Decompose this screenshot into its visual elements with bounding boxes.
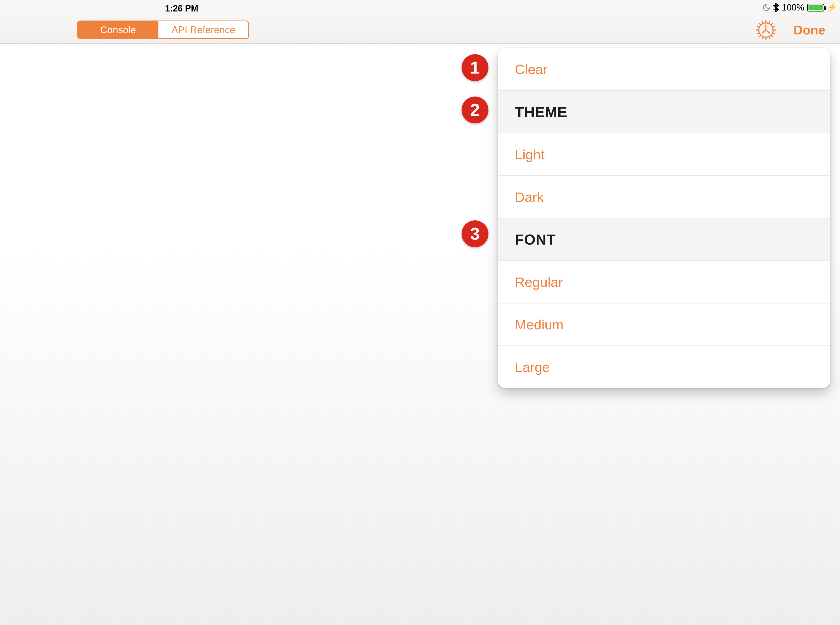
segmented-control: Console API Reference (77, 20, 249, 39)
gear-icon (756, 20, 776, 40)
theme-option-dark[interactable]: Dark (498, 176, 830, 218)
svg-line-19 (766, 30, 770, 33)
svg-line-7 (759, 35, 761, 37)
svg-line-6 (771, 35, 773, 37)
svg-line-12 (769, 37, 770, 39)
content-area: Clear THEME Light Dark FONT Regular Medi… (0, 44, 840, 625)
svg-line-15 (773, 26, 775, 27)
callout-1: 1 (461, 54, 488, 81)
status-bar: 1:26 PM 100% ⚡ (0, 0, 840, 15)
done-button[interactable]: Done (793, 23, 825, 37)
font-option-large[interactable]: Large (498, 345, 830, 388)
svg-line-18 (762, 30, 766, 33)
nav-bar: Console API Reference (0, 15, 840, 44)
svg-line-8 (771, 23, 773, 25)
status-time: 1:26 PM (165, 3, 198, 14)
svg-line-14 (757, 33, 759, 34)
svg-line-9 (762, 21, 763, 23)
svg-line-13 (757, 26, 759, 27)
callout-3: 3 (461, 221, 488, 247)
svg-line-5 (759, 23, 761, 25)
bluetooth-icon (773, 3, 779, 12)
battery-icon (807, 4, 824, 11)
callout-2: 2 (461, 96, 488, 123)
theme-option-light[interactable]: Light (498, 133, 830, 176)
svg-line-16 (773, 33, 775, 34)
font-option-regular[interactable]: Regular (498, 260, 830, 303)
svg-line-11 (762, 37, 763, 39)
tab-api-reference[interactable]: API Reference (158, 21, 248, 38)
popover-font-header: FONT (498, 218, 830, 260)
popover-theme-header: THEME (498, 90, 830, 133)
settings-button[interactable] (756, 20, 776, 40)
settings-popover: Clear THEME Light Dark FONT Regular Medi… (498, 48, 830, 388)
battery-percent: 100% (782, 2, 804, 13)
svg-line-10 (769, 21, 770, 23)
charging-icon: ⚡ (827, 2, 837, 12)
tab-console[interactable]: Console (78, 21, 158, 38)
popover-clear[interactable]: Clear (498, 48, 830, 90)
font-option-medium[interactable]: Medium (498, 303, 830, 345)
do-not-disturb-icon (762, 3, 771, 12)
